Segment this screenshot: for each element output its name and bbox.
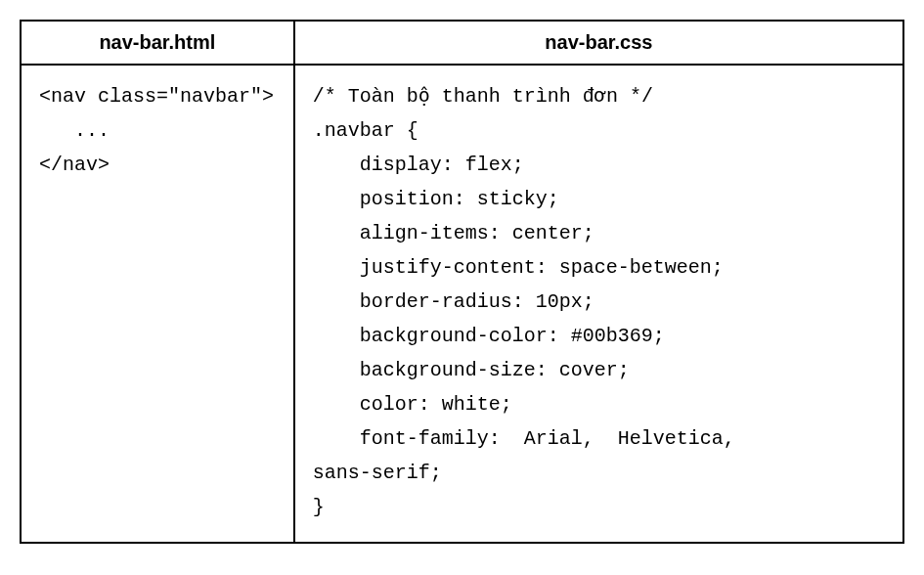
code-comparison-table: nav-bar.html nav-bar.css <nav class="nav… <box>20 20 904 544</box>
table-row: <nav class="navbar"> ... </nav> /* Toàn … <box>21 65 903 543</box>
cell-html-code: <nav class="navbar"> ... </nav> <box>21 65 294 543</box>
header-html-file: nav-bar.html <box>21 21 294 65</box>
header-css-file: nav-bar.css <box>294 21 903 65</box>
table-header-row: nav-bar.html nav-bar.css <box>21 21 903 65</box>
cell-css-code: /* Toàn bộ thanh trình đơn */ .navbar { … <box>294 65 903 543</box>
